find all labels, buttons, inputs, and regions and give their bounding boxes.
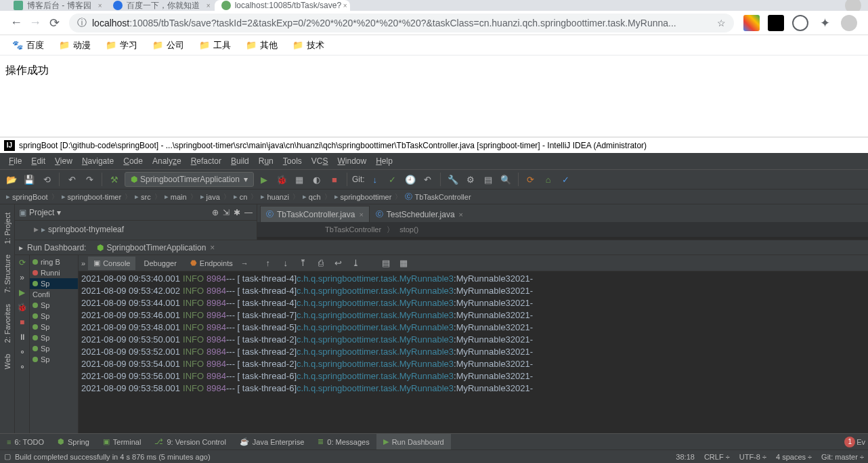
menu-build[interactable]: Build xyxy=(226,156,254,166)
vcs-update-icon[interactable]: ↓ xyxy=(368,172,383,187)
crumb-item[interactable]: ▸springboot-timer xyxy=(60,192,123,201)
down-icon[interactable]: ↓ xyxy=(278,256,293,271)
collapse-icon[interactable]: ⇲ xyxy=(223,208,230,217)
bookmark-item[interactable]: 📁公司 xyxy=(147,39,190,51)
pause-icon[interactable]: ⏸ xyxy=(18,332,26,342)
expand-icon[interactable]: ▶ xyxy=(34,226,39,233)
project-selector-icon[interactable]: ▣ xyxy=(19,208,26,217)
stop-icon[interactable]: ■ xyxy=(20,317,24,327)
hide-icon[interactable]: — xyxy=(244,208,253,217)
layout-icon[interactable]: ▦ xyxy=(396,256,411,271)
status-item[interactable]: Git: master ÷ xyxy=(821,453,864,461)
run-tree-item[interactable]: Sp xyxy=(30,354,78,365)
bookmark-item[interactable]: 📁动漫 xyxy=(53,39,96,51)
bottom-tab[interactable]: ▣Terminal xyxy=(96,434,148,450)
sidebar-structure[interactable]: 7: Structure xyxy=(2,249,13,299)
profile-icon[interactable] xyxy=(841,15,857,31)
redo-icon[interactable]: ↷ xyxy=(82,172,97,187)
status-item[interactable]: 4 spaces ÷ xyxy=(776,453,812,461)
rerun-icon[interactable]: ⟳ xyxy=(19,258,26,267)
search-icon[interactable]: 🔍 xyxy=(498,172,513,187)
run-config-selector[interactable]: ⬢ SpringbootTimerApplication ▾ xyxy=(125,172,254,187)
menu-edit[interactable]: Edit xyxy=(26,156,50,166)
check-icon[interactable]: ✓ xyxy=(559,172,573,187)
close-icon[interactable]: × xyxy=(459,211,463,219)
bookmark-item[interactable]: 📁工具 xyxy=(194,39,236,51)
settings-icon[interactable]: ⚙ xyxy=(463,172,478,187)
bottom-tab[interactable]: ⎇9: Version Control xyxy=(148,434,232,450)
bookmark-item[interactable]: 📁学习 xyxy=(100,39,143,51)
forward-button[interactable]: → xyxy=(26,14,45,32)
bottom-tab[interactable]: ⬢Spring xyxy=(51,434,96,450)
home-icon[interactable]: ⌂ xyxy=(541,172,556,187)
run-tree-item[interactable]: Sp xyxy=(30,343,78,354)
editor-tab[interactable]: ⓒ TestScheduler.java × xyxy=(370,206,469,222)
crumb-class[interactable]: TbTaskController xyxy=(325,225,381,234)
open-icon[interactable]: 📂 xyxy=(4,172,19,187)
locate-icon[interactable]: ⊕ xyxy=(212,208,219,217)
bottom-tab[interactable]: ≣0: Messages xyxy=(311,434,376,450)
menu-refactor[interactable]: Refactor xyxy=(186,156,226,166)
crumb-item[interactable]: ▸main xyxy=(162,192,189,201)
ext-icon[interactable] xyxy=(743,15,760,31)
event-count-badge[interactable]: 1 xyxy=(844,437,855,447)
sidebar-project[interactable]: 1: Project xyxy=(2,207,13,249)
bookmark-item[interactable]: 📁技术 xyxy=(287,39,330,51)
more-icon[interactable]: » xyxy=(81,259,85,267)
run-icon[interactable]: ▶ xyxy=(19,288,25,297)
close-icon[interactable]: × xyxy=(98,2,102,9)
run-tree-item[interactable]: Sp xyxy=(30,322,78,332)
close-icon[interactable]: × xyxy=(207,2,211,9)
event-log-label[interactable]: Ev xyxy=(856,438,868,446)
crumb-item[interactable]: ▸java xyxy=(198,192,222,201)
more-icon[interactable]: » xyxy=(20,273,24,282)
filter-icon[interactable]: ⚬ xyxy=(19,362,26,372)
run-button[interactable]: ▶ xyxy=(257,172,272,187)
menu-tools[interactable]: Tools xyxy=(278,156,307,166)
browser-tab[interactable]: 百度一下，你就知道 × xyxy=(106,0,213,11)
run-app-tab[interactable]: ⬢ SpringbootTimerApplication × xyxy=(90,240,221,255)
endpoints-tab[interactable]: ⬣Endpoints xyxy=(185,257,238,270)
chevron-down-icon[interactable]: ▾ xyxy=(57,208,61,217)
run-tree-item[interactable]: Sp xyxy=(30,311,78,322)
run-tree-item[interactable]: Sp xyxy=(30,278,78,289)
sync-icon[interactable]: ⟲ xyxy=(39,172,54,187)
project-panel-title[interactable]: Project xyxy=(29,208,54,217)
layout-icon[interactable]: ▤ xyxy=(378,256,393,271)
structure-icon[interactable]: ▤ xyxy=(481,172,496,187)
status-item[interactable]: CRLF ÷ xyxy=(704,453,730,461)
menu-run[interactable]: Run xyxy=(254,156,278,166)
extensions-icon[interactable]: ✦ xyxy=(817,15,833,31)
crumb-item[interactable]: ▸qch xyxy=(301,192,323,201)
hammer-icon[interactable]: ⚒ xyxy=(107,172,122,187)
console-tab[interactable]: ▣Console xyxy=(88,257,135,270)
export-icon[interactable]: ⤒ xyxy=(296,256,311,271)
crumb-item[interactable]: ⓒTbTaskController xyxy=(403,192,473,202)
browser-tab[interactable]: 博客后台 - 博客园 × xyxy=(7,0,105,11)
menu-view[interactable]: View xyxy=(50,156,77,166)
debug-button[interactable]: 🐞 xyxy=(274,172,289,187)
tree-item[interactable]: ▶▸springboot-thymeleaf xyxy=(15,223,257,236)
undo-icon[interactable]: ↶ xyxy=(64,172,79,187)
run-tree-item[interactable]: Sp xyxy=(30,332,78,343)
vcs-commit-icon[interactable]: ✓ xyxy=(385,172,400,187)
reload-button[interactable]: ⟳ xyxy=(45,14,64,32)
run-tree-item[interactable]: Sp xyxy=(30,300,78,311)
debug-icon[interactable]: 🐞 xyxy=(17,303,27,312)
browser-tab-active[interactable]: localhost:10085/tbTask/save? × xyxy=(215,0,350,11)
close-icon[interactable]: × xyxy=(343,2,347,9)
restart-icon[interactable]: ⟳ xyxy=(523,172,538,187)
debugger-tab[interactable]: Debugger xyxy=(138,257,181,270)
run-tree-item[interactable]: ring B xyxy=(30,257,78,267)
profiler-icon[interactable]: ◐ xyxy=(309,172,324,187)
ext-icon[interactable] xyxy=(792,15,808,31)
save-icon[interactable]: 💾 xyxy=(22,172,37,187)
menu-code[interactable]: Code xyxy=(118,156,148,166)
ext-icon[interactable] xyxy=(768,15,784,31)
back-button[interactable]: ← xyxy=(7,14,26,32)
print-icon[interactable]: ⎙ xyxy=(313,256,328,271)
crumb-item[interactable]: ▸springBoot xyxy=(4,192,50,201)
status-item[interactable]: UTF-8 ÷ xyxy=(739,453,766,461)
scroll-icon[interactable]: ⤓ xyxy=(349,256,364,271)
menu-analyze[interactable]: Analyze xyxy=(148,156,186,166)
